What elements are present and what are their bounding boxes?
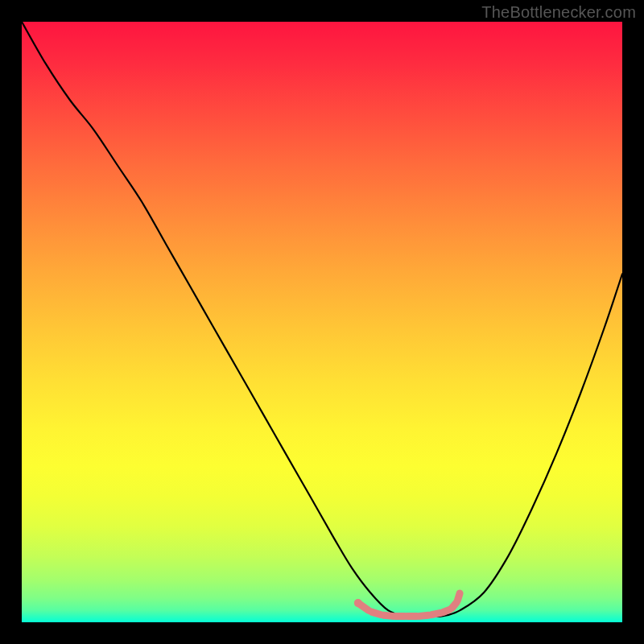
optimal-region-segment [383,615,392,616]
optimal-region-segment [457,593,460,601]
bottleneck-curve-path [22,22,622,617]
optimal-region-segment [359,604,369,610]
optimal-region-segment [372,612,381,614]
plot-area [22,22,622,622]
chart-container: TheBottlenecker.com [0,0,644,644]
optimal-region-segment [431,613,440,614]
watermark-text: TheBottlenecker.com [481,3,636,22]
optimal-region-segment [419,615,428,616]
chart-svg [22,22,622,622]
optimal-region-markers [354,593,460,616]
